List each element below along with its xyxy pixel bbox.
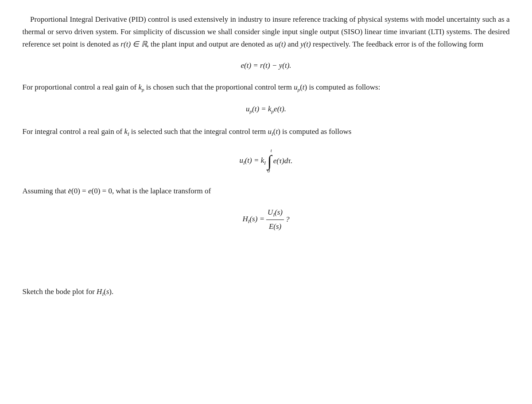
equation-2: up(t) = kpe(t). — [23, 103, 510, 116]
math-y: y(t) — [300, 40, 311, 48]
fraction-denominator: E(s) — [266, 220, 284, 232]
eq3-math: uI(t) = kI t ∫ 0 e(τ)dτ. — [239, 147, 292, 175]
math-r: r(t) ∈ ℝ — [120, 40, 147, 48]
integral-expr: t ∫ 0 e(τ)dτ. — [268, 147, 293, 175]
e-dot-notation: · e — [68, 185, 71, 197]
eq4-left: HI(s) = — [242, 213, 264, 226]
eq3-left: uI(t) = kI — [239, 154, 265, 167]
integral-integrand: e(τ)dτ. — [273, 155, 293, 167]
sketch-question-text: Sketch the bode plot for HI(s). — [23, 286, 510, 298]
proportional-paragraph: For proportional control a real gain of … — [23, 81, 510, 94]
equation-4: HI(s) = UI(s) E(s) ? — [23, 206, 510, 232]
main-content: Proportional Integral Derivative (PID) c… — [23, 13, 510, 298]
math-u: u(t) — [275, 40, 286, 48]
fraction-numerator: UI(s) — [266, 206, 284, 220]
eq1-math: e(t) = r(t) − y(t). — [241, 61, 291, 70]
eq4-question-mark: ? — [286, 213, 290, 225]
intro-paragraph: Proportional Integral Derivative (PID) c… — [23, 13, 510, 51]
fraction-HI: UI(s) E(s) — [266, 206, 284, 232]
sketch-question-section: Sketch the bode plot for HI(s). — [23, 286, 510, 298]
integral-paragraph: For integral control a real gain of kI i… — [23, 126, 510, 138]
eq2-math: up(t) = kpe(t). — [246, 105, 286, 113]
equation-3: uI(t) = kI t ∫ 0 e(τ)dτ. — [23, 147, 510, 175]
question-paragraph: Assuming that · e (0) = e(0) = 0, what i… — [23, 185, 510, 197]
equation-1: e(t) = r(t) − y(t). — [23, 59, 510, 71]
eq4-math: HI(s) = UI(s) E(s) ? — [242, 206, 289, 232]
